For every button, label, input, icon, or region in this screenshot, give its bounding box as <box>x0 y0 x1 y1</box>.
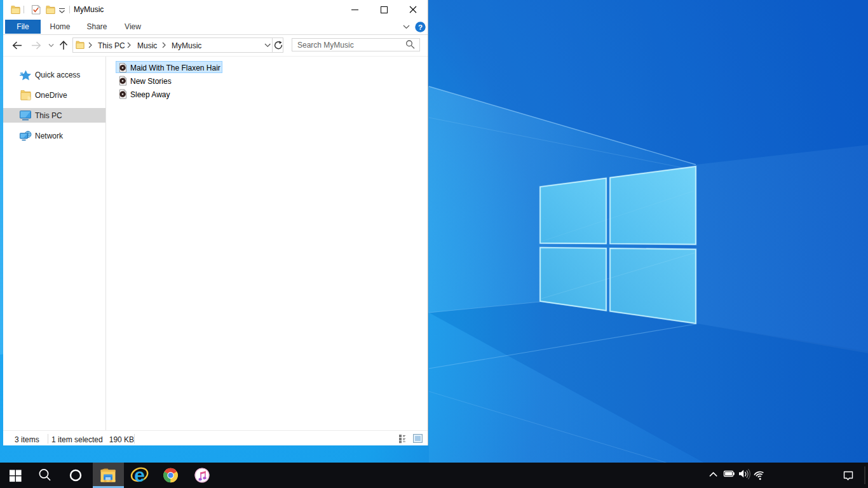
svg-text:Search MyMusic: Search MyMusic <box>297 41 354 50</box>
svg-text:?: ? <box>418 24 423 31</box>
svg-text:This PC: This PC <box>35 111 62 120</box>
svg-text:e: e <box>134 464 145 485</box>
svg-text:MyMusic: MyMusic <box>172 41 201 50</box>
svg-text:OneDrive: OneDrive <box>35 91 67 100</box>
svg-text:Quick access: Quick access <box>35 71 80 79</box>
svg-text:Music: Music <box>137 41 157 50</box>
svg-text:Network: Network <box>35 132 64 140</box>
svg-text:This PC: This PC <box>98 41 125 50</box>
svg-text:MyMusic: MyMusic <box>74 5 104 14</box>
